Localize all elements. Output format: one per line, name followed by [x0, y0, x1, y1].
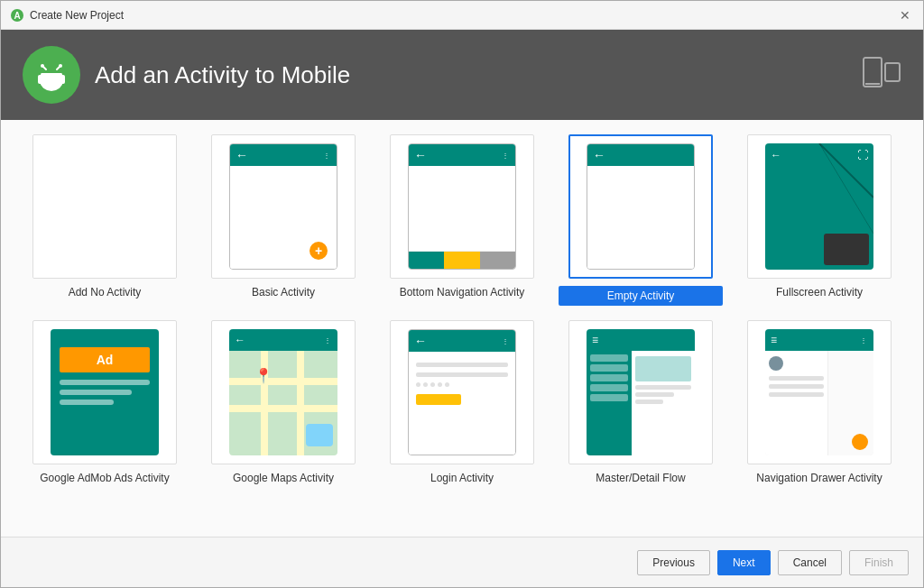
master-detail-line-2 — [635, 392, 674, 397]
master-body — [587, 351, 695, 455]
fullscreen-thumb: ← ⛶ — [765, 143, 873, 270]
login-back-arrow: ← — [414, 334, 427, 348]
svg-text:A: A — [14, 11, 20, 21]
admob-line-3 — [60, 400, 114, 405]
maps-water — [306, 424, 333, 446]
login-dot-1 — [416, 382, 420, 387]
master-list-item-1 — [590, 354, 628, 362]
login-dot-3 — [430, 382, 435, 387]
navdrawer-avatar-row — [769, 356, 824, 371]
maps-road-h1 — [229, 378, 337, 385]
svg-rect-17 — [865, 83, 880, 85]
login-phone-bar: ← ⋮ — [409, 330, 515, 352]
empty-phone-body — [587, 166, 694, 269]
activity-item-master-detail[interactable]: ≡ — [559, 320, 723, 484]
finish-button[interactable]: Finish — [849, 550, 909, 575]
master-detail-line-1 — [635, 385, 691, 390]
svg-point-9 — [59, 64, 62, 68]
empty-phone-bar: ← — [587, 144, 694, 166]
admob-line-1 — [60, 380, 150, 385]
master-right-panel — [632, 351, 695, 455]
basic-fab: + — [310, 242, 328, 260]
activity-thumbnail-fullscreen: ← ⛶ — [747, 134, 892, 279]
cancel-button[interactable]: Cancel — [778, 550, 842, 575]
svg-rect-15 — [864, 58, 882, 87]
activity-label-empty: Empty Activity — [559, 286, 723, 306]
navdrawer-dots-icon: ⋮ — [860, 336, 868, 345]
activity-item-bottom-nav[interactable]: ← ⋮ Bottom Navigation Activity — [380, 134, 544, 306]
activity-label-login: Login Activity — [430, 472, 494, 484]
bottom-nav-back-arrow: ← — [414, 148, 427, 162]
activity-thumbnail-maps: ← ⋮ 📍 — [211, 320, 356, 464]
maps-road-h2 — [229, 405, 337, 412]
login-line-1 — [416, 363, 508, 367]
svg-rect-11 — [38, 75, 42, 84]
admob-line-2 — [60, 390, 132, 395]
activity-item-admob[interactable]: Ad Google AdMob Ads Activity — [23, 320, 187, 484]
master-bar: ≡ — [587, 329, 695, 351]
activity-label-fullscreen: Fullscreen Activity — [776, 286, 863, 299]
login-menu-dots: ⋮ — [502, 337, 510, 345]
maps-bar: ← ⋮ — [229, 329, 337, 351]
bottom-nav-menu-dots: ⋮ — [502, 152, 510, 160]
maps-road-v2 — [297, 351, 304, 455]
previous-button[interactable]: Previous — [637, 550, 710, 575]
master-list-item-5 — [590, 394, 628, 401]
next-button[interactable]: Next — [717, 550, 771, 575]
activity-thumbnail-nav-drawer: ≡ ⋮ — [747, 320, 892, 464]
close-button[interactable]: ✕ — [896, 6, 914, 24]
header-title: Add an Activity to Mobile — [95, 61, 862, 89]
navdrawer-nav-item-3 — [769, 392, 824, 397]
activity-label-no-activity: Add No Activity — [69, 286, 142, 299]
android-icon — [33, 57, 69, 93]
master-thumb: ≡ — [587, 329, 695, 455]
activity-item-empty[interactable]: ← Empty Activity — [559, 134, 723, 306]
dialog-footer: Previous Next Cancel Finish — [1, 537, 923, 587]
svg-rect-13 — [48, 84, 51, 88]
empty-back-arrow: ← — [593, 148, 605, 162]
activity-item-nav-drawer[interactable]: ≡ ⋮ — [737, 320, 901, 484]
activity-item-login[interactable]: ← ⋮ — [380, 320, 544, 484]
activity-thumbnail-empty: ← — [568, 134, 713, 279]
admob-ad-banner: Ad — [60, 347, 150, 372]
activity-label-maps: Google Maps Activity — [233, 472, 334, 484]
admob-thumb: Ad — [51, 329, 159, 455]
bottom-nav-item-3 — [480, 252, 515, 269]
main-window: A Create New Project ✕ Add an Ac — [0, 0, 924, 588]
activity-thumbnail-login: ← ⋮ — [390, 320, 534, 464]
bottom-nav-phone-mockup: ← ⋮ — [408, 143, 516, 270]
maps-menu-icon: ⋮ — [324, 336, 332, 345]
basic-phone-bar: ← ⋮ — [230, 144, 337, 166]
navdrawer-avatar — [769, 356, 783, 371]
activity-item-maps[interactable]: ← ⋮ 📍 Google Maps Activity — [201, 320, 365, 484]
login-body — [409, 352, 515, 455]
fullscreen-device — [824, 234, 869, 265]
dialog-header: Add an Activity to Mobile — [1, 30, 923, 120]
master-detail-line-3 — [635, 400, 663, 404]
navdrawer-sidebar — [765, 351, 828, 455]
basic-phone-mockup: ← ⋮ + — [229, 143, 337, 270]
master-left-panel — [587, 351, 632, 455]
activity-thumbnail-basic: ← ⋮ + — [211, 134, 356, 279]
bottom-nav-item-2 — [444, 252, 479, 269]
activity-label-admob: Google AdMob Ads Activity — [40, 472, 169, 484]
activity-item-no-activity[interactable]: Add No Activity — [23, 134, 187, 306]
basic-back-arrow: ← — [236, 148, 248, 162]
navdrawer-bar: ≡ ⋮ — [765, 329, 873, 351]
navdrawer-thumb: ≡ ⋮ — [765, 329, 873, 455]
activity-thumbnail-master-detail: ≡ — [568, 320, 713, 464]
maps-thumb: ← ⋮ 📍 — [229, 329, 337, 455]
login-dot-5 — [445, 382, 449, 387]
activity-item-fullscreen[interactable]: ← ⛶ Fullscreen Activity — [737, 134, 901, 306]
navdrawer-nav-item-1 — [769, 376, 824, 381]
maps-pin: 📍 — [254, 367, 273, 384]
app-icon: A — [10, 8, 24, 23]
android-logo — [23, 46, 80, 104]
activity-item-basic[interactable]: ← ⋮ + Basic Activity — [201, 134, 365, 306]
content-area: Add No Activity ← ⋮ + Basic Activity — [1, 120, 923, 537]
activity-label-basic: Basic Activity — [252, 286, 315, 299]
login-line-2 — [416, 372, 508, 377]
master-list-item-4 — [590, 384, 628, 391]
activity-label-nav-drawer: Navigation Drawer Activity — [756, 472, 882, 484]
basic-menu-dots: ⋮ — [323, 152, 331, 160]
